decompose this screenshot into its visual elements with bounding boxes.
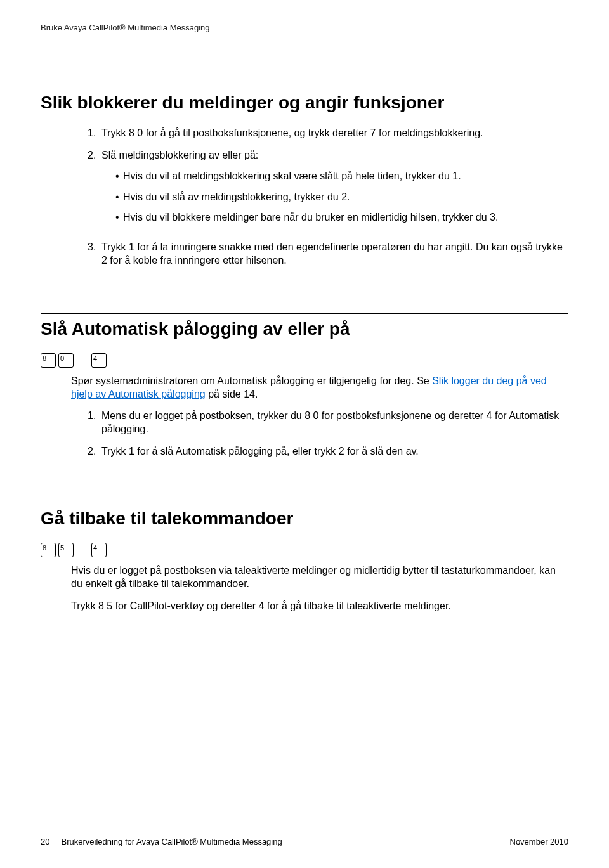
- bullet-text: Hvis du vil blokkere meldinger bare når …: [123, 211, 498, 224]
- phone-key: 4: [91, 543, 107, 557]
- step-body: Slå meldingsblokkering av eller på: • Hv…: [102, 149, 568, 232]
- step-text: Slå meldingsblokkering av eller på:: [102, 149, 568, 162]
- key-row: 8 5 4: [41, 543, 568, 557]
- document-page: Bruke Avaya CallPilot® Multimedia Messag…: [0, 0, 609, 613]
- phone-key: 5: [58, 543, 74, 557]
- step-number: 3.: [88, 241, 102, 268]
- step-number: 1.: [88, 127, 102, 140]
- step-1: 1. Trykk 8 0 for å gå til postboksfunksj…: [88, 127, 568, 140]
- step-text: Trykk 8 0 for å gå til postboksfunksjone…: [102, 127, 568, 140]
- bullet-item: • Hvis du vil at meldingsblokkering skal…: [115, 170, 568, 183]
- footer-date: November 2010: [510, 837, 569, 848]
- section-rule: [41, 503, 568, 503]
- step-text: Mens du er logget på postboksen, trykker…: [102, 410, 568, 436]
- step-text: Trykk 1 for å la innringere snakke med d…: [102, 241, 568, 268]
- phone-key: 8: [41, 543, 56, 557]
- step-number: 1.: [88, 410, 102, 436]
- bullet-mark: •: [115, 170, 123, 183]
- bullet-text: Hvis du vil slå av meldingsblokkering, t…: [123, 191, 350, 204]
- intro-part-b: på side 14.: [206, 389, 258, 399]
- page-footer: 20 Brukerveiledning for Avaya CallPilot®…: [41, 837, 568, 848]
- section1-title: Slik blokkerer du meldinger og angir fun…: [41, 91, 568, 114]
- section1-steps: 1. Trykk 8 0 for å gå til postboksfunksj…: [41, 127, 568, 268]
- section2-steps: 1. Mens du er logget på postboksen, tryk…: [71, 410, 568, 458]
- bullet-text: Hvis du vil at meldingsblokkering skal v…: [123, 170, 461, 183]
- phone-key: 8: [41, 353, 56, 368]
- intro-part-a: Spør systemadministratoren om Automatisk…: [71, 375, 432, 386]
- bullet-item: • Hvis du vil blokkere meldinger bare nå…: [115, 211, 568, 224]
- key-row: 8 0 4: [41, 353, 568, 368]
- section-rule: [41, 313, 568, 314]
- step-1: 1. Mens du er logget på postboksen, tryk…: [88, 410, 568, 436]
- bullet-mark: •: [115, 211, 123, 224]
- section3-p2: Trykk 8 5 for CallPilot-verktøy og deret…: [71, 599, 568, 612]
- step-number: 2.: [88, 149, 102, 232]
- step-2: 2. Slå meldingsblokkering av eller på: •…: [88, 149, 568, 232]
- phone-key: 4: [91, 353, 107, 368]
- section2-intro: Spør systemadministratoren om Automatisk…: [71, 374, 568, 401]
- step-text: Trykk 1 for å slå Automatisk pålogging p…: [102, 445, 568, 458]
- section3-body: 8 5 4 Hvis du er logget på postboksen vi…: [41, 543, 568, 612]
- section2-title: Slå Automatisk pålogging av eller på: [41, 318, 568, 340]
- section-rule: [41, 87, 568, 87]
- step-number: 2.: [88, 445, 102, 458]
- bullet-item: • Hvis du vil slå av meldingsblokkering,…: [115, 191, 568, 204]
- phone-key: 0: [58, 353, 74, 368]
- footer-doc-title: Brukerveiledning for Avaya CallPilot® Mu…: [61, 837, 282, 848]
- step-2: 2. Trykk 1 for å slå Automatisk påloggin…: [88, 445, 568, 458]
- sub-bullets: • Hvis du vil at meldingsblokkering skal…: [102, 170, 568, 224]
- running-header: Bruke Avaya CallPilot® Multimedia Messag…: [41, 23, 568, 34]
- step-3: 3. Trykk 1 for å la innringere snakke me…: [88, 241, 568, 268]
- bullet-mark: •: [115, 191, 123, 204]
- section3-title: Gå tilbake til talekommandoer: [41, 507, 568, 530]
- section2-body: 8 0 4 Spør systemadministratoren om Auto…: [41, 353, 568, 458]
- section3-p1: Hvis du er logget på postboksen via tale…: [71, 564, 568, 590]
- footer-page-number: 20: [41, 837, 49, 848]
